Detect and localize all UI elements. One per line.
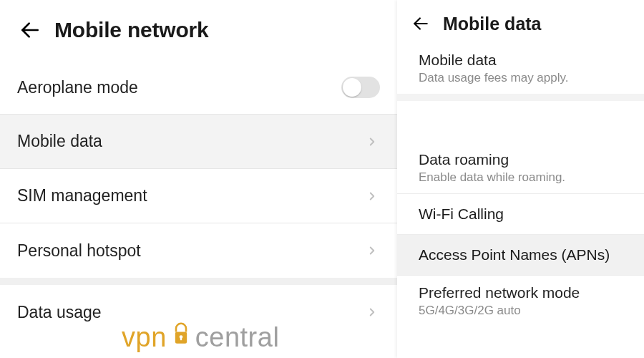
- pref-mode-label: Preferred network mode: [419, 284, 623, 301]
- aeroplane-mode-toggle[interactable]: [341, 77, 380, 98]
- data-roaming-sub: Enable data while roaming.: [419, 170, 623, 185]
- back-button[interactable]: [17, 17, 43, 43]
- back-button[interactable]: [410, 13, 431, 34]
- chevron-right-icon: [364, 243, 380, 258]
- personal-hotspot-label: Personal hotspot: [17, 241, 141, 261]
- apn-row[interactable]: Access Point Names (APNs): [397, 235, 644, 276]
- chevron-right-icon: [364, 134, 380, 150]
- sim-management-row[interactable]: SIM management: [0, 169, 397, 223]
- mobile-data-screen: Mobile data Mobile data Data usage fees …: [397, 0, 644, 358]
- header-left: Mobile network: [0, 0, 397, 60]
- aeroplane-mode-label: Aeroplane mode: [17, 78, 138, 97]
- apn-label: Access Point Names (APNs): [419, 246, 623, 263]
- spacer: [397, 101, 644, 142]
- pref-mode-sub: 5G/4G/3G/2G auto: [419, 304, 623, 318]
- page-title: Mobile network: [54, 18, 209, 42]
- wifi-calling-row[interactable]: Wi-Fi Calling: [397, 194, 644, 235]
- mobile-data-sub: Data usage fees may apply.: [419, 71, 623, 85]
- arrow-left-icon: [19, 19, 42, 42]
- data-usage-label: Data usage: [17, 303, 102, 322]
- chevron-right-icon: [364, 304, 380, 320]
- mobile-data-toggle-row[interactable]: Mobile data Data usage fees may apply.: [397, 43, 644, 94]
- header-right: Mobile data: [397, 0, 644, 43]
- mobile-data-label: Mobile data: [419, 52, 623, 69]
- page-title: Mobile data: [443, 14, 542, 34]
- section-divider: [397, 94, 644, 101]
- data-roaming-row[interactable]: Data roaming Enable data while roaming.: [397, 142, 644, 194]
- preferred-network-mode-row[interactable]: Preferred network mode 5G/4G/3G/2G auto: [397, 276, 644, 326]
- toggle-knob: [343, 78, 361, 97]
- mobile-network-screen: Mobile network Aeroplane mode Mobile dat…: [0, 0, 397, 358]
- chevron-right-icon: [364, 188, 380, 204]
- arrow-left-icon: [411, 14, 430, 33]
- mobile-data-label: Mobile data: [17, 132, 102, 151]
- data-roaming-label: Data roaming: [419, 151, 623, 168]
- mobile-data-row[interactable]: Mobile data: [0, 115, 397, 169]
- sim-management-label: SIM management: [17, 186, 147, 205]
- data-usage-row[interactable]: Data usage: [0, 285, 397, 339]
- wifi-calling-label: Wi-Fi Calling: [419, 205, 623, 223]
- aeroplane-mode-row[interactable]: Aeroplane mode: [0, 60, 397, 115]
- section-divider: [0, 278, 397, 285]
- personal-hotspot-row[interactable]: Personal hotspot: [0, 223, 397, 278]
